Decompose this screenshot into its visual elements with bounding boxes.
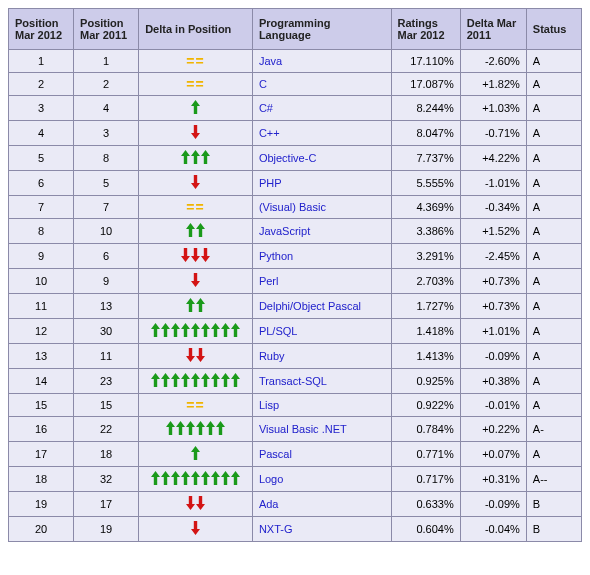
cell-status: A-- bbox=[526, 467, 581, 492]
cell-status: A bbox=[526, 50, 581, 73]
cell-ratings: 8.047% bbox=[391, 121, 460, 146]
cell-delta-ratings: +1.52% bbox=[460, 219, 526, 244]
cell-delta-ratings: +0.73% bbox=[460, 294, 526, 319]
cell-position-2012: 10 bbox=[9, 269, 74, 294]
cell-delta-position: == bbox=[139, 196, 253, 219]
header-position-2011: Position Mar 2011 bbox=[74, 9, 139, 50]
delta-up-icon bbox=[151, 373, 240, 387]
language-link[interactable]: Java bbox=[259, 55, 282, 67]
cell-delta-ratings: +0.22% bbox=[460, 417, 526, 442]
header-ratings: Ratings Mar 2012 bbox=[391, 9, 460, 50]
table-row: 1311Ruby1.413%-0.09%A bbox=[9, 344, 582, 369]
cell-ratings: 5.555% bbox=[391, 171, 460, 196]
delta-same-icon: == bbox=[186, 397, 204, 413]
language-link[interactable]: C# bbox=[259, 102, 273, 114]
cell-delta-ratings: -0.04% bbox=[460, 517, 526, 542]
table-header-row: Position Mar 2012 Position Mar 2011 Delt… bbox=[9, 9, 582, 50]
language-link[interactable]: JavaScript bbox=[259, 225, 310, 237]
cell-position-2011: 15 bbox=[74, 394, 139, 417]
cell-position-2011: 8 bbox=[74, 146, 139, 171]
language-link[interactable]: Transact-SQL bbox=[259, 375, 327, 387]
cell-position-2011: 5 bbox=[74, 171, 139, 196]
language-link[interactable]: Logo bbox=[259, 473, 283, 485]
cell-delta-ratings: +1.01% bbox=[460, 319, 526, 344]
cell-delta-position: == bbox=[139, 394, 253, 417]
language-link[interactable]: Pascal bbox=[259, 448, 292, 460]
cell-position-2011: 9 bbox=[74, 269, 139, 294]
cell-delta-ratings: +1.82% bbox=[460, 73, 526, 96]
cell-position-2012: 15 bbox=[9, 394, 74, 417]
delta-same-icon: == bbox=[186, 76, 204, 92]
table-row: 109Perl2.703%+0.73%A bbox=[9, 269, 582, 294]
cell-ratings: 0.922% bbox=[391, 394, 460, 417]
delta-up-icon bbox=[166, 421, 225, 435]
table-row: 1230PL/SQL1.418%+1.01%A bbox=[9, 319, 582, 344]
delta-up-icon bbox=[191, 100, 200, 114]
cell-position-2012: 19 bbox=[9, 492, 74, 517]
cell-ratings: 17.087% bbox=[391, 73, 460, 96]
delta-up-icon bbox=[191, 446, 200, 460]
language-link[interactable]: Visual Basic .NET bbox=[259, 423, 347, 435]
language-link[interactable]: Lisp bbox=[259, 399, 279, 411]
language-link[interactable]: Ruby bbox=[259, 350, 285, 362]
cell-position-2011: 23 bbox=[74, 369, 139, 394]
cell-delta-position bbox=[139, 344, 253, 369]
cell-status: A bbox=[526, 196, 581, 219]
language-link[interactable]: Perl bbox=[259, 275, 279, 287]
table-row: 1718Pascal0.771%+0.07%A bbox=[9, 442, 582, 467]
language-link[interactable]: (Visual) Basic bbox=[259, 201, 326, 213]
language-link[interactable]: Python bbox=[259, 250, 293, 262]
cell-delta-position bbox=[139, 219, 253, 244]
delta-down-icon bbox=[191, 125, 200, 139]
cell-language: Ruby bbox=[252, 344, 391, 369]
cell-language: NXT-G bbox=[252, 517, 391, 542]
cell-position-2011: 18 bbox=[74, 442, 139, 467]
cell-status: A bbox=[526, 96, 581, 121]
tiobe-index-table: Position Mar 2012 Position Mar 2011 Delt… bbox=[8, 8, 582, 542]
language-link[interactable]: Objective-C bbox=[259, 152, 316, 164]
cell-position-2012: 18 bbox=[9, 467, 74, 492]
cell-status: A bbox=[526, 171, 581, 196]
cell-delta-position bbox=[139, 442, 253, 467]
cell-position-2011: 17 bbox=[74, 492, 139, 517]
cell-ratings: 7.737% bbox=[391, 146, 460, 171]
cell-ratings: 8.244% bbox=[391, 96, 460, 121]
delta-up-icon bbox=[151, 323, 240, 337]
cell-position-2012: 4 bbox=[9, 121, 74, 146]
cell-language: Delphi/Object Pascal bbox=[252, 294, 391, 319]
cell-position-2012: 17 bbox=[9, 442, 74, 467]
delta-up-icon bbox=[151, 471, 240, 485]
cell-delta-ratings: +0.73% bbox=[460, 269, 526, 294]
language-link[interactable]: PL/SQL bbox=[259, 325, 298, 337]
table-row: 65PHP5.555%-1.01%A bbox=[9, 171, 582, 196]
language-link[interactable]: C bbox=[259, 78, 267, 90]
cell-language: C# bbox=[252, 96, 391, 121]
cell-position-2012: 16 bbox=[9, 417, 74, 442]
cell-delta-ratings: -2.60% bbox=[460, 50, 526, 73]
cell-position-2011: 30 bbox=[74, 319, 139, 344]
cell-delta-position bbox=[139, 369, 253, 394]
cell-language: C++ bbox=[252, 121, 391, 146]
cell-status: A bbox=[526, 219, 581, 244]
cell-position-2011: 22 bbox=[74, 417, 139, 442]
language-link[interactable]: NXT-G bbox=[259, 523, 293, 535]
delta-down-icon bbox=[191, 273, 200, 287]
cell-position-2011: 13 bbox=[74, 294, 139, 319]
cell-delta-position: == bbox=[139, 73, 253, 96]
cell-language: JavaScript bbox=[252, 219, 391, 244]
language-link[interactable]: Ada bbox=[259, 498, 279, 510]
cell-ratings: 0.717% bbox=[391, 467, 460, 492]
language-link[interactable]: PHP bbox=[259, 177, 282, 189]
header-language: Programming Language bbox=[252, 9, 391, 50]
cell-delta-ratings: +4.22% bbox=[460, 146, 526, 171]
header-status: Status bbox=[526, 9, 581, 50]
cell-ratings: 0.604% bbox=[391, 517, 460, 542]
language-link[interactable]: C++ bbox=[259, 127, 280, 139]
cell-delta-position bbox=[139, 146, 253, 171]
language-link[interactable]: Delphi/Object Pascal bbox=[259, 300, 361, 312]
cell-language: Lisp bbox=[252, 394, 391, 417]
delta-down-icon bbox=[181, 248, 210, 262]
cell-status: B bbox=[526, 517, 581, 542]
cell-ratings: 2.703% bbox=[391, 269, 460, 294]
cell-language: Java bbox=[252, 50, 391, 73]
